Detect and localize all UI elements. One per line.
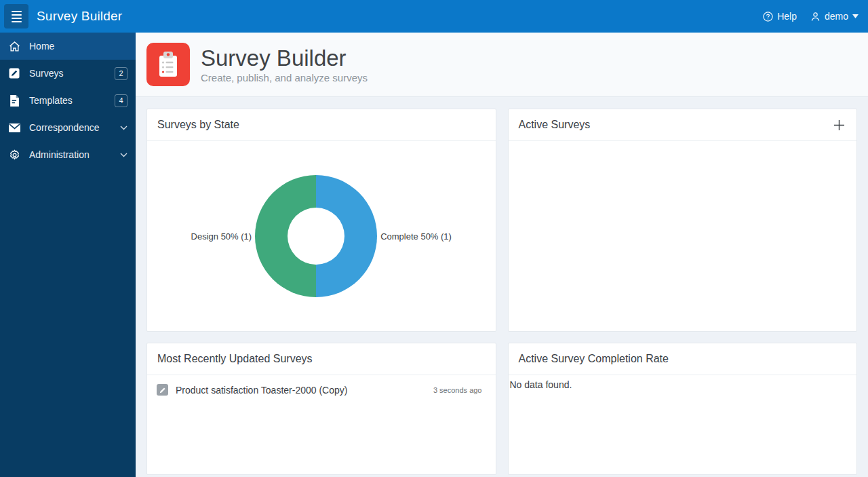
chart-label-complete: Complete 50% (1) [380, 231, 452, 242]
active-surveys-card: Active Surveys [508, 109, 858, 332]
no-data-message: No data found. [509, 375, 857, 394]
sidebar-item-templates[interactable]: Templates 4 [0, 87, 136, 114]
menu-toggle-button[interactable] [4, 4, 28, 28]
navbar-actions: Help demo [763, 11, 859, 22]
survey-list-item[interactable]: Product satisfaction Toaster-2000 (Copy)… [147, 375, 496, 404]
user-menu[interactable]: demo [810, 11, 859, 22]
caret-down-icon [852, 14, 859, 18]
plus-icon [833, 119, 845, 131]
recent-surveys-card: Most Recently Updated Surveys Product sa… [146, 343, 496, 475]
home-icon [8, 40, 20, 52]
sidebar-item-label: Surveys [29, 68, 115, 79]
sidebar-item-label: Templates [29, 95, 115, 106]
card-title: Most Recently Updated Surveys [157, 353, 313, 365]
document-icon [8, 94, 20, 107]
page-title: Survey Builder [201, 45, 368, 71]
sidebar-item-administration[interactable]: Administration [0, 141, 136, 168]
survey-name: Product satisfaction Toaster-2000 (Copy) [176, 385, 426, 396]
surveys-by-state-card: Surveys by State Design 50% (1) Complete… [146, 109, 496, 332]
active-surveys-empty-body [509, 141, 857, 331]
chevron-down-icon [120, 126, 127, 130]
sidebar-item-label: Administration [29, 149, 120, 160]
question-circle-icon [763, 12, 773, 22]
sidebar: Home Surveys 2 Templates [0, 33, 136, 477]
sidebar-item-label: Home [29, 41, 127, 52]
envelope-icon [8, 121, 20, 134]
help-label: Help [777, 11, 797, 22]
card-title: Active Survey Completion Rate [519, 353, 669, 365]
page-subtitle: Create, publish, and analyze surveys [201, 72, 368, 83]
completion-rate-card: Active Survey Completion Rate No data fo… [508, 343, 858, 475]
dashboard: Surveys by State Design 50% (1) Complete… [136, 97, 868, 477]
add-survey-button[interactable] [832, 118, 846, 132]
donut-hole [288, 208, 344, 265]
chevron-down-icon [120, 153, 127, 157]
card-title: Active Surveys [519, 119, 591, 131]
gear-icon [8, 149, 20, 161]
person-icon [810, 12, 821, 22]
sidebar-item-home[interactable]: Home [0, 33, 136, 60]
app-title: Survey Builder [37, 9, 122, 24]
sidebar-item-label: Correspondence [29, 122, 120, 133]
hamburger-icon [12, 11, 22, 22]
user-label: demo [825, 11, 848, 22]
help-link[interactable]: Help [763, 11, 797, 22]
surveys-by-state-chart: Design 50% (1) Complete 50% (1) [147, 141, 496, 331]
survey-updated-time: 3 seconds ago [433, 386, 482, 394]
sidebar-item-surveys[interactable]: Surveys 2 [0, 60, 136, 87]
templates-count-badge: 4 [115, 94, 127, 107]
main-content: Survey Builder Create, publish, and anal… [136, 33, 868, 477]
surveys-count-badge: 2 [115, 67, 127, 80]
top-navbar: Survey Builder Help demo [0, 0, 868, 33]
chart-label-design: Design 50% (1) [191, 231, 252, 242]
donut-chart[interactable] [255, 175, 377, 297]
sidebar-item-correspondence[interactable]: Correspondence [0, 114, 136, 141]
pencil-icon [157, 384, 168, 396]
page-header: Survey Builder Create, publish, and anal… [136, 33, 868, 97]
card-title: Surveys by State [157, 119, 239, 131]
clipboard-icon [146, 43, 190, 86]
pencil-square-icon [8, 67, 20, 79]
